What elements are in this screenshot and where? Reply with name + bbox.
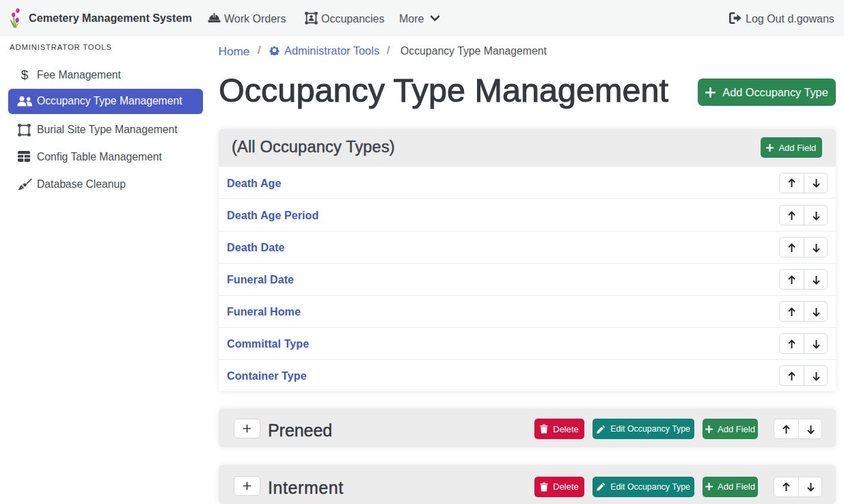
svg-text:$: $ xyxy=(21,68,29,82)
